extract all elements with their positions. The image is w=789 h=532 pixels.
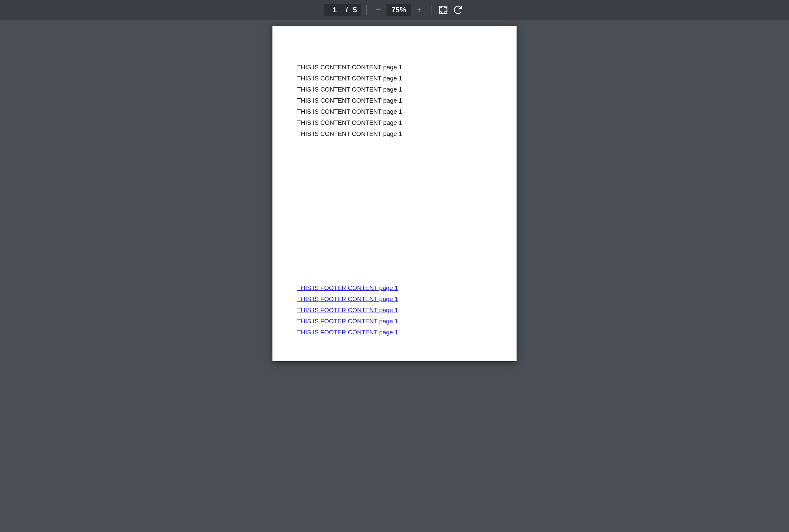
page-navigation-group: / 5 bbox=[324, 4, 361, 16]
content-lines-container: THIS IS CONTENT CONTENT page 1THIS IS CO… bbox=[297, 63, 492, 138]
plus-icon: + bbox=[417, 5, 422, 15]
footer-line[interactable]: THIS IS FOOTER CONTENT page 1 bbox=[297, 284, 492, 292]
zoom-out-button[interactable]: − bbox=[372, 3, 385, 17]
current-page-input[interactable] bbox=[329, 5, 341, 14]
content-line: THIS IS CONTENT CONTENT page 1 bbox=[297, 118, 492, 127]
divider-1 bbox=[366, 5, 367, 15]
view-controls-group bbox=[437, 3, 465, 17]
fit-page-icon bbox=[438, 5, 448, 15]
footer-line[interactable]: THIS IS FOOTER CONTENT page 1 bbox=[297, 317, 492, 325]
zoom-in-button[interactable]: + bbox=[412, 3, 426, 17]
content-line: THIS IS CONTENT CONTENT page 1 bbox=[297, 85, 492, 94]
rotate-button[interactable] bbox=[451, 3, 465, 17]
content-line: THIS IS CONTENT CONTENT page 1 bbox=[297, 96, 492, 105]
content-line: THIS IS CONTENT CONTENT page 1 bbox=[297, 63, 492, 72]
pdf-page: THIS IS CONTENT CONTENT page 1THIS IS CO… bbox=[272, 26, 517, 361]
footer-line[interactable]: THIS IS FOOTER CONTENT page 1 bbox=[297, 294, 492, 303]
rotate-icon bbox=[453, 5, 463, 15]
toolbar: / 5 − 75% + bbox=[0, 0, 789, 20]
footer-line[interactable]: THIS IS FOOTER CONTENT page 1 bbox=[297, 328, 492, 337]
content-line: THIS IS CONTENT CONTENT page 1 bbox=[297, 130, 492, 138]
content-line: THIS IS CONTENT CONTENT page 1 bbox=[297, 107, 492, 116]
svg-rect-0 bbox=[440, 6, 447, 14]
total-pages: 5 bbox=[353, 5, 357, 14]
page-separator: / bbox=[346, 5, 348, 14]
content-line: THIS IS CONTENT CONTENT page 1 bbox=[297, 74, 492, 82]
footer-line[interactable]: THIS IS FOOTER CONTENT page 1 bbox=[297, 306, 492, 315]
page-indicator: / 5 bbox=[324, 4, 361, 16]
fit-page-button[interactable] bbox=[437, 3, 450, 17]
footer-lines-container: THIS IS FOOTER CONTENT page 1THIS IS FOO… bbox=[297, 271, 492, 337]
viewer-area: THIS IS CONTENT CONTENT page 1THIS IS CO… bbox=[0, 20, 789, 532]
divider-2 bbox=[431, 5, 431, 15]
minus-icon: − bbox=[376, 5, 381, 15]
zoom-group: − 75% + bbox=[372, 3, 426, 17]
zoom-level-display: 75% bbox=[386, 4, 411, 16]
